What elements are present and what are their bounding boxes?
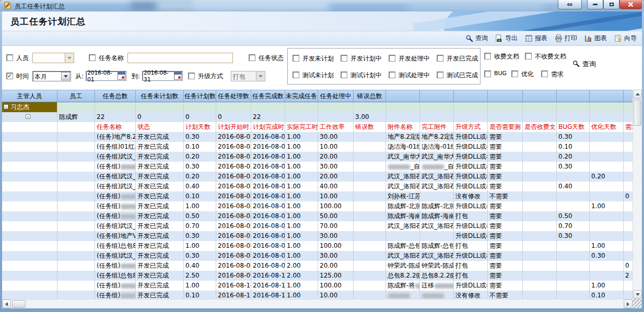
toolbar-query-button[interactable]: 查询	[465, 34, 488, 43]
horizontal-scroll-thumb[interactable]	[12, 300, 26, 308]
task-row[interactable]: (任务组)总包8.2.开发已完成2.502016-08-092016-08-11…	[2, 271, 633, 281]
cell: 1.00	[590, 281, 624, 291]
subheader-cell: BUG天数	[557, 122, 590, 132]
status-option-checkbox[interactable]	[341, 71, 347, 78]
cell	[2, 132, 57, 142]
cell: 开发已完成	[136, 191, 184, 201]
task-row[interactable]: (任务组)宽开发已完成1.002016-08-102016-08-101.001…	[2, 281, 633, 291]
person-select[interactable]	[32, 53, 74, 63]
toolbar-print-button[interactable]: 打印	[555, 34, 577, 43]
task-status-filter-checkbox[interactable]	[249, 54, 255, 61]
bug-checkbox[interactable]	[484, 70, 491, 77]
task-row[interactable]: (任务组)武汉_南华开发已完成0.202016-08-032016-08-031…	[2, 152, 633, 162]
titlebar[interactable]: 员工任务计划汇总 ⇔	[0, 0, 644, 11]
date-to-field[interactable]: 2016-08-31	[142, 71, 183, 81]
toolbar-export-button[interactable]: 导出	[495, 34, 518, 43]
datepicker-icon[interactable]	[118, 72, 125, 80]
optimize-label: 优化	[521, 70, 534, 79]
cell: _自	[386, 162, 420, 172]
cell: 1.00	[184, 281, 216, 291]
task-row[interactable]: (任务组)武汉_洛阳开发已完成0.402016-08-032016-08-031…	[2, 182, 633, 191]
task-row[interactable]: (任务组)开发已完成0.102016-08-112016-08-111.0010…	[2, 291, 633, 299]
task-row[interactable]: (任务组)武汉_洛阳开发已完成0.202016-08-032016-08-031…	[2, 172, 633, 182]
task-row[interactable]: (任务组)总包8.2.开发已完成1.002016-08-082016-08-08…	[2, 241, 633, 251]
cell	[57, 241, 95, 251]
cell: 升级DLL或者	[454, 132, 488, 142]
cell: 开发已完成	[136, 291, 184, 299]
task-row[interactable]: (任务组)开发已完成0.502016-08-042016-08-041.0050…	[2, 211, 633, 221]
scroll-down-button[interactable]	[633, 290, 642, 299]
cell	[624, 281, 633, 291]
date-from-field[interactable]: 2016-08-01	[86, 71, 126, 81]
cell: 2	[624, 271, 633, 281]
task-row[interactable]: (任务组)武汉_洛阳开发已完成0.702016-08-052016-08-051…	[2, 221, 633, 231]
cell: 100.00	[318, 201, 354, 211]
close-button[interactable]	[619, 0, 642, 9]
cell	[590, 191, 624, 201]
vertical-scroll-thumb[interactable]	[634, 100, 641, 126]
status-option-checkbox[interactable]	[292, 71, 299, 78]
time-filter-checkbox[interactable]: ✓	[6, 73, 13, 79]
toolbar-report-button[interactable]: 报表	[525, 34, 547, 43]
datepicker-icon[interactable]	[174, 72, 182, 80]
window-switch-button[interactable]: ⇔	[558, 0, 582, 9]
upgrade-mode-select[interactable]: 打包	[231, 71, 265, 81]
cell	[624, 231, 633, 241]
cell: 升级DLL或者	[454, 281, 488, 291]
status-option-checkbox[interactable]	[389, 71, 395, 78]
optimize-checkbox[interactable]	[511, 70, 518, 77]
upgrade-mode-checkbox[interactable]	[188, 73, 195, 79]
cell: 武汉_洛阳石	[420, 182, 454, 191]
task-row[interactable]: (任务组)开发已完成0.402016-08-082016-08-082.0020…	[2, 261, 633, 271]
expander-minus-icon[interactable]: -	[26, 114, 30, 119]
filter-query-button[interactable]: 查询	[572, 59, 596, 69]
restore-button[interactable]	[603, 0, 619, 9]
expander-minus-icon[interactable]: -	[4, 104, 8, 109]
cell	[420, 191, 454, 201]
status-option-checkbox[interactable]	[292, 55, 299, 62]
cell: 需要	[488, 231, 523, 241]
scroll-right-button[interactable]	[624, 299, 633, 308]
vertical-scrollbar[interactable]	[633, 90, 642, 299]
cell	[354, 142, 386, 152]
subheader-cell: 是否收费文	[523, 122, 557, 132]
cell: 2016-08-08	[251, 251, 285, 261]
task-name-filter-checkbox[interactable]	[89, 54, 96, 61]
cell: 开发已完成	[136, 211, 184, 221]
task-row[interactable]: (任务组)地产V8.2开发已完成0.302016-08-052016-08-05…	[2, 231, 633, 241]
toolbar-chart-button[interactable]: 图表	[584, 34, 607, 43]
cell	[523, 191, 557, 201]
cell: 武汉_洛阳石	[420, 221, 454, 231]
minimize-button[interactable]	[587, 0, 603, 9]
fee-doc-checkbox[interactable]	[484, 53, 491, 59]
no-fee-doc-checkbox[interactable]	[525, 53, 532, 59]
task-row[interactable]: (任务组)开发已完成0.302016-08-032016-08-031.0030…	[2, 162, 633, 172]
scroll-up-button[interactable]	[633, 90, 642, 99]
status-option-checkbox[interactable]	[341, 55, 347, 62]
task-name-input[interactable]	[127, 53, 233, 63]
employee-row[interactable]: -陈成辉22000223.00	[2, 112, 633, 122]
status-option-checkbox[interactable]	[437, 71, 443, 78]
status-option-checkbox[interactable]	[437, 55, 443, 62]
time-range-select[interactable]: 本月	[32, 71, 71, 81]
task-row[interactable]: (任务组)01红相PM开发已完成0.102016-08-022016-08-02…	[2, 142, 633, 152]
task-row[interactable]: (任务)地产8.2定版开发已完成0.302016-08-022016-08-02…	[2, 132, 633, 142]
cell	[557, 271, 590, 281]
task-row[interactable]: (任务组)开发已完成0.102016-08-042016-08-041.0010…	[2, 191, 633, 201]
person-filter-checkbox[interactable]	[6, 54, 13, 61]
subheader-cell: 附件名称	[386, 122, 420, 132]
task-row[interactable]: (任务组)武汉_洛阳开发已完成0.302016-08-082016-08-081…	[2, 251, 633, 261]
task-row[interactable]: (任务组)开发已完成1.002016-08-042016-08-041.0010…	[2, 201, 633, 211]
status-option-checkbox[interactable]	[389, 55, 395, 62]
toolbar-wizard-button[interactable]: 向导	[614, 34, 637, 43]
scroll-left-button[interactable]	[2, 299, 11, 308]
cell: 0.10	[184, 142, 216, 152]
group-row[interactable]: -习志杰	[2, 102, 633, 112]
horizontal-scrollbar[interactable]	[2, 299, 633, 308]
cell: 需要	[488, 211, 523, 221]
cell: 总包8.2.2微	[420, 271, 454, 281]
requirement-checkbox[interactable]	[541, 70, 548, 77]
cell: 2016-08-08	[216, 241, 251, 251]
resize-grip[interactable]	[633, 299, 642, 308]
cell: 2016-08-02	[251, 142, 285, 152]
